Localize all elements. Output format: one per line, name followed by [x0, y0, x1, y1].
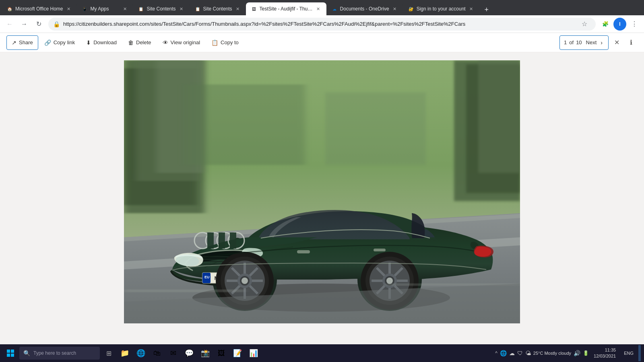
- tab-label-1: Microsoft Office Home: [15, 6, 63, 12]
- menu-button[interactable]: ⋮: [628, 18, 641, 31]
- sharepoint-toolbar: ↗ Share 🔗 Copy link ⬇ Download 🗑 Delete …: [0, 33, 644, 52]
- refresh-button[interactable]: ↻: [32, 18, 45, 31]
- taskbar-clock[interactable]: 11:35 12/03/2021: [590, 347, 619, 360]
- lock-icon: 🔒: [53, 21, 60, 27]
- new-tab-button[interactable]: +: [481, 4, 492, 15]
- onedrive-icon[interactable]: ☁: [509, 350, 515, 356]
- sound-icon[interactable]: 🔊: [574, 350, 580, 356]
- back-button[interactable]: ←: [3, 18, 16, 31]
- taskbar-language[interactable]: ENG: [621, 351, 637, 356]
- svg-rect-56: [374, 249, 386, 251]
- tab-label-3: Site Contents: [147, 6, 175, 12]
- share-button[interactable]: ↗ Share: [6, 35, 38, 50]
- tab-favicon-3: 📋: [138, 6, 144, 12]
- extensions-button[interactable]: 🧩: [599, 18, 612, 31]
- image-container: EU M·A 0634 E: [124, 60, 520, 325]
- task-view-button[interactable]: ⊞: [101, 345, 116, 361]
- defender-icon[interactable]: 🛡: [517, 350, 523, 356]
- svg-rect-8: [184, 84, 305, 165]
- delete-label: Delete: [136, 39, 151, 45]
- copy-link-icon: 🔗: [44, 39, 51, 46]
- copy-link-button[interactable]: 🔗 Copy link: [39, 35, 80, 50]
- bookmark-icon[interactable]: ☆: [578, 18, 591, 31]
- svg-rect-62: [7, 354, 10, 357]
- pagination-total: 10: [576, 39, 582, 45]
- download-label: Download: [93, 39, 117, 45]
- taskbar-search-box[interactable]: 🔍 Type here to search: [19, 347, 100, 360]
- windows-start-button[interactable]: [3, 345, 18, 361]
- copy-link-label: Copy link: [54, 39, 75, 45]
- tab-site-contents-2[interactable]: 📋 Site Contents ✕: [190, 2, 246, 15]
- svg-rect-55: [297, 250, 310, 253]
- tab-site-contents-1[interactable]: 📋 Site Contents ✕: [133, 2, 189, 15]
- teams-icon[interactable]: 💬: [182, 345, 196, 361]
- photos-icon[interactable]: 🖼: [214, 345, 229, 361]
- network-icon[interactable]: 🌐: [500, 350, 507, 356]
- svg-rect-60: [7, 350, 10, 353]
- svg-rect-7: [478, 60, 520, 173]
- tab-microsoft-office-home[interactable]: 🏠 Microsoft Office Home ✕: [2, 2, 76, 15]
- excel-icon[interactable]: 📊: [246, 345, 261, 361]
- tab-close-1[interactable]: ✕: [65, 6, 72, 12]
- content-area: EU M·A 0634 E: [0, 52, 644, 344]
- svg-rect-30: [230, 232, 236, 249]
- download-button[interactable]: ⬇ Download: [81, 35, 122, 50]
- svg-point-54: [386, 278, 393, 284]
- svg-text:EU: EU: [204, 275, 210, 279]
- close-preview-button[interactable]: ✕: [610, 36, 623, 49]
- file-explorer-icon[interactable]: 📁: [118, 345, 132, 361]
- pagination-box: 1 of 10 Next ›: [559, 35, 609, 50]
- tab-close-6[interactable]: ✕: [392, 6, 398, 12]
- profile-button[interactable]: I: [613, 18, 626, 31]
- mail-icon[interactable]: ✉: [166, 345, 180, 361]
- tab-documents-onedrive[interactable]: ☁ Documents - OneDrive ✕: [326, 2, 403, 15]
- show-desktop-button[interactable]: [638, 345, 641, 361]
- edge-browser-icon[interactable]: 🌐: [134, 345, 148, 361]
- tab-my-apps[interactable]: 📱 My Apps ✕: [76, 2, 133, 15]
- tab-close-2[interactable]: ✕: [122, 6, 128, 12]
- tab-favicon-2: 📱: [81, 6, 88, 12]
- tab-testsite-thumbnails[interactable]: 🖼 TestSite - Audijfif - Thumbnails ✕: [246, 2, 326, 15]
- info-button[interactable]: ℹ: [625, 36, 638, 49]
- svg-rect-61: [11, 350, 14, 353]
- battery-icon: 🔋: [583, 350, 589, 356]
- tab-favicon-4: 📋: [194, 6, 201, 12]
- browser-frame: 🏠 Microsoft Office Home ✕ 📱 My Apps ✕ 📋 …: [0, 0, 644, 362]
- pagination-of: of: [569, 39, 574, 45]
- tab-sign-in[interactable]: 🔐 Sign in to your account ✕: [403, 2, 479, 15]
- tab-close-7[interactable]: ✕: [468, 6, 475, 12]
- notepad-icon[interactable]: 📝: [230, 345, 245, 361]
- store-icon[interactable]: 🛍: [150, 345, 164, 361]
- svg-rect-28: [207, 232, 214, 249]
- delete-icon: 🗑: [128, 39, 134, 46]
- svg-rect-29: [219, 232, 225, 249]
- copy-to-button[interactable]: 📋 Copy to: [206, 35, 244, 50]
- delete-button[interactable]: 🗑 Delete: [123, 35, 157, 50]
- tab-favicon-6: ☁: [331, 6, 338, 12]
- pagination-current: 1: [564, 39, 567, 45]
- tab-close-4[interactable]: ✕: [235, 6, 241, 12]
- pagination-next-button[interactable]: ›: [599, 39, 604, 47]
- taskbar-date: 12/03/2021: [594, 353, 616, 359]
- tab-close-3[interactable]: ✕: [178, 6, 185, 12]
- forward-button[interactable]: →: [18, 18, 31, 31]
- tab-label-6: Documents - OneDrive: [340, 6, 389, 12]
- tab-label-2: My Apps: [90, 6, 119, 12]
- weather-text: 25°C Mostly cloudy: [533, 351, 571, 356]
- chevron-up-icon[interactable]: ^: [495, 350, 497, 356]
- pagination-next-label: Next: [586, 39, 597, 45]
- tab-favicon-7: 🔐: [408, 6, 414, 12]
- copy-to-icon: 📋: [211, 39, 218, 46]
- view-original-button[interactable]: 👁 View original: [157, 35, 205, 50]
- share-icon: ↗: [12, 39, 17, 46]
- camera-icon[interactable]: 📸: [198, 345, 213, 361]
- svg-rect-9: [325, 93, 426, 165]
- tab-close-5[interactable]: ✕: [315, 6, 322, 12]
- tab-label-7: Sign in to your account: [417, 6, 466, 12]
- search-icon: 🔍: [23, 350, 30, 356]
- view-original-icon: 👁: [163, 39, 168, 46]
- address-bar[interactable]: 🔒 https://citizenbuilders.sharepoint.com…: [48, 18, 596, 31]
- view-original-label: View original: [171, 39, 200, 45]
- copy-to-label: Copy to: [221, 39, 239, 45]
- tab-favicon-5: 🖼: [251, 6, 257, 12]
